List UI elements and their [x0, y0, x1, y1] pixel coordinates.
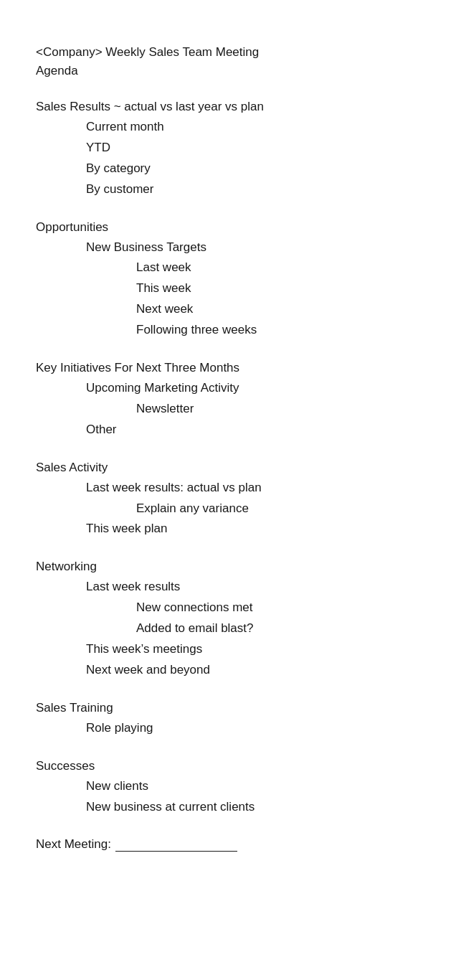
section-sales-training-item-0: Role playing: [36, 718, 430, 739]
section-sales-results-item-2: By category: [36, 159, 430, 179]
section-header-sales-training: Sales Training: [36, 701, 430, 715]
section-sales-results-item-3: By customer: [36, 179, 430, 200]
section-header-networking: Networking: [36, 560, 430, 574]
section-successes-item-1: New business at current clients: [36, 797, 430, 818]
section-networking-item-0: Last week results: [36, 577, 430, 598]
section-opportunities-item-2: This week: [36, 278, 430, 299]
section-sales-results-item-0: Current month: [36, 117, 430, 138]
section-key-initiatives-item-2: Other: [36, 420, 430, 440]
section-successes-item-0: New clients: [36, 776, 430, 797]
section-sales-results-item-1: YTD: [36, 138, 430, 159]
section-header-sales-activity: Sales Activity: [36, 461, 430, 475]
section-header-key-initiatives: Key Initiatives For Next Three Months: [36, 361, 430, 375]
section-opportunities-item-1: Last week: [36, 258, 430, 278]
section-sales-results: Sales Results ~ actual vs last year vs p…: [36, 100, 430, 200]
section-networking-item-1: New connections met: [36, 598, 430, 618]
section-key-initiatives-item-0: Upcoming Marketing Activity: [36, 378, 430, 399]
section-networking-item-2: Added to email blast?: [36, 618, 430, 639]
section-opportunities-item-4: Following three weeks: [36, 320, 430, 341]
section-header-sales-results: Sales Results ~ actual vs last year vs p…: [36, 100, 430, 114]
section-sales-activity-item-0: Last week results: actual vs plan: [36, 478, 430, 499]
agenda-container: <Company> Weekly Sales Team Meeting Agen…: [36, 43, 430, 852]
next-meeting-underline: [115, 837, 237, 852]
section-networking: NetworkingLast week resultsNew connectio…: [36, 560, 430, 680]
next-meeting-section: Next Meeting:: [36, 837, 430, 852]
sections-container: Sales Results ~ actual vs last year vs p…: [36, 100, 430, 817]
section-opportunities-item-3: Next week: [36, 299, 430, 320]
title-block: <Company> Weekly Sales Team Meeting Agen…: [36, 43, 430, 80]
section-networking-item-3: This week’s meetings: [36, 639, 430, 660]
section-opportunities: OpportunitiesNew Business TargetsLast we…: [36, 220, 430, 341]
section-key-initiatives-item-1: Newsletter: [36, 399, 430, 420]
section-header-opportunities: Opportunities: [36, 220, 430, 235]
section-sales-activity-item-1: Explain any variance: [36, 499, 430, 519]
section-sales-training: Sales TrainingRole playing: [36, 701, 430, 739]
section-sales-activity-item-2: This week plan: [36, 519, 430, 540]
title-line1: <Company> Weekly Sales Team Meeting: [36, 43, 430, 62]
title-line2: Agenda: [36, 62, 430, 80]
section-sales-activity: Sales ActivityLast week results: actual …: [36, 461, 430, 540]
section-header-successes: Successes: [36, 759, 430, 773]
section-opportunities-item-0: New Business Targets: [36, 237, 430, 258]
section-networking-item-4: Next week and beyond: [36, 660, 430, 681]
section-key-initiatives: Key Initiatives For Next Three MonthsUpc…: [36, 361, 430, 440]
next-meeting-label: Next Meeting:: [36, 837, 111, 852]
next-meeting-line: Next Meeting:: [36, 837, 430, 852]
section-successes: SuccessesNew clientsNew business at curr…: [36, 759, 430, 818]
